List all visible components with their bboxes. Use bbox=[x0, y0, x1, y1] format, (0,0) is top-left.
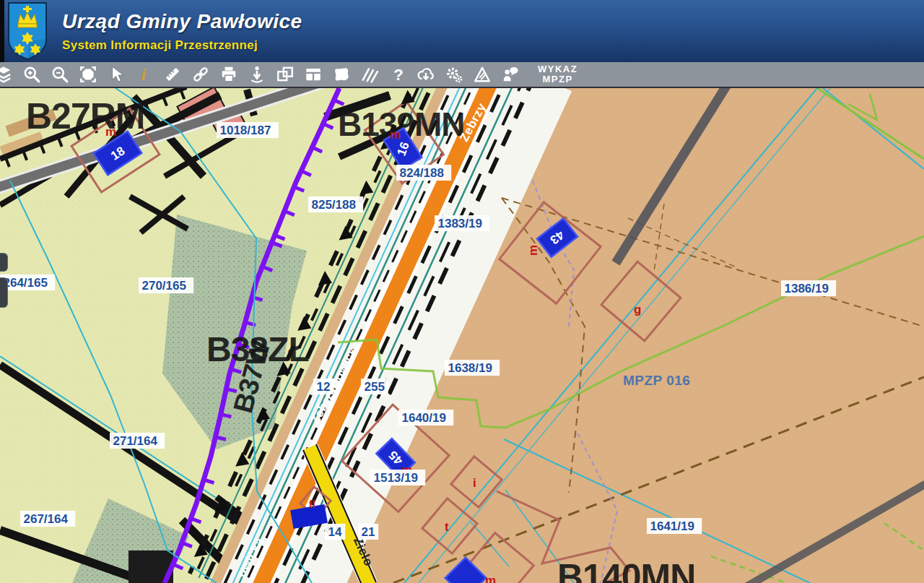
plan-number-label: MPZP 016 bbox=[623, 373, 690, 388]
landuse-letter: m bbox=[485, 574, 496, 583]
sidebar-collapse-tab-2[interactable] bbox=[0, 277, 8, 308]
landuse-letter: i bbox=[473, 476, 476, 490]
sidebar-collapse-tab-1[interactable] bbox=[0, 253, 8, 272]
wykaz-line1: WYKAZ bbox=[538, 64, 578, 74]
locate-button[interactable] bbox=[248, 65, 266, 84]
parcel-label: 825/188 bbox=[308, 197, 363, 212]
parcel-label-text: 270/165 bbox=[142, 279, 186, 293]
app-subtitle: System Informacji Przestrzennej bbox=[62, 38, 302, 53]
parcel-label-text: 1640/19 bbox=[402, 411, 446, 425]
layout-panels-icon bbox=[304, 65, 323, 84]
settings-gears-icon bbox=[445, 65, 463, 84]
parcel-label: 1513/19 bbox=[370, 470, 425, 485]
feedback-button[interactable] bbox=[501, 65, 520, 84]
svg-text:i: i bbox=[141, 66, 147, 84]
measure-icon bbox=[163, 65, 182, 84]
parcel-label: 21 bbox=[358, 524, 378, 540]
identify-info-button[interactable]: i bbox=[135, 65, 154, 84]
landuse-letter: m bbox=[390, 128, 401, 142]
parcel-label-text: 255 bbox=[365, 380, 385, 394]
zone-boundary-purple-tick bbox=[215, 437, 226, 439]
help-icon: ? bbox=[388, 65, 407, 84]
landuse-letter: m bbox=[526, 245, 540, 256]
parcel-label-text: 1018/187 bbox=[220, 124, 271, 137]
landuse-letter: t bbox=[445, 520, 449, 534]
link-button[interactable] bbox=[191, 65, 210, 84]
parcel-label: 1386/19 bbox=[781, 280, 836, 296]
help-button[interactable]: ? bbox=[388, 65, 407, 84]
zone-label: B140MN bbox=[557, 557, 695, 583]
hatch-icon bbox=[360, 65, 379, 84]
landuse-letter: fl bbox=[309, 498, 315, 510]
wykaz-line2: MPZP bbox=[538, 74, 578, 85]
select-pointer-button[interactable] bbox=[107, 65, 126, 84]
zoom-in-button[interactable] bbox=[22, 65, 41, 84]
parcel-label-text: 271/164 bbox=[113, 434, 158, 448]
compare-windows-icon bbox=[276, 65, 295, 84]
select-pointer-icon bbox=[107, 65, 126, 84]
parcel-label: 267/164 bbox=[20, 511, 75, 527]
hatch-tool-button[interactable] bbox=[360, 65, 379, 84]
parcel-label: 255 bbox=[361, 379, 388, 394]
zoom-out-button[interactable] bbox=[51, 65, 69, 84]
parcel-label: 1638/19 bbox=[445, 360, 500, 376]
svg-text:?: ? bbox=[393, 65, 404, 84]
measure-button[interactable] bbox=[163, 65, 182, 84]
parcel-label-text: 1513/19 bbox=[374, 471, 418, 485]
settings-button[interactable] bbox=[445, 65, 463, 84]
feedback-person-icon bbox=[501, 65, 520, 84]
layers-icon bbox=[0, 65, 13, 84]
parcel-label: 271/164 bbox=[110, 433, 165, 449]
map-canvas[interactable]: B27RMB139MNB38ZŁB37WB140MN 18164345 mmmm… bbox=[0, 88, 924, 583]
zone-boundary-purple-tick bbox=[221, 415, 232, 417]
parcel-label-text: 14 bbox=[328, 525, 342, 539]
map-viewport[interactable]: B27RMB139MNB38ZŁB37WB140MN 18164345 mmmm… bbox=[0, 88, 924, 583]
link-icon bbox=[191, 65, 210, 84]
select-polygon-button[interactable] bbox=[332, 65, 351, 84]
parcel-label-text: 1383/19 bbox=[438, 217, 482, 230]
parcel-label-text: 12 bbox=[317, 380, 331, 394]
parcel-label: 1018/187 bbox=[217, 122, 279, 138]
parcel-label: 12 bbox=[313, 379, 334, 394]
parcel-label: 1640/19 bbox=[398, 410, 453, 426]
parcel-label-text: 264/165 bbox=[4, 276, 48, 290]
download-cloud-icon bbox=[417, 65, 435, 84]
header-titles: Urząd Gminy Pawłowice System Informacji … bbox=[62, 10, 302, 53]
landuse-letter: m bbox=[105, 125, 116, 139]
app-title: Urząd Gminy Pawłowice bbox=[62, 10, 302, 33]
landuse-letter: g bbox=[634, 303, 641, 316]
layers-button[interactable] bbox=[0, 65, 13, 84]
print-icon bbox=[219, 65, 238, 84]
layout-panels-button[interactable] bbox=[304, 65, 323, 84]
alerts-button[interactable] bbox=[473, 65, 492, 84]
parcel-label: 824/188 bbox=[396, 165, 451, 181]
select-polygon-icon bbox=[332, 65, 351, 84]
parcel-label: 270/165 bbox=[139, 277, 193, 293]
identify-info-icon: i bbox=[135, 65, 154, 84]
compare-windows-button[interactable] bbox=[276, 65, 295, 84]
municipality-crest bbox=[7, 2, 48, 60]
full-extent-button[interactable] bbox=[79, 65, 97, 84]
wykaz-mpzp-button[interactable]: WYKAZ MPZP bbox=[538, 64, 578, 85]
parcel-label-text: 825/188 bbox=[312, 198, 356, 212]
parcel-label-text: 21 bbox=[362, 525, 375, 539]
parcel-label-text: 1638/19 bbox=[448, 361, 492, 375]
parcel-label: 1641/19 bbox=[647, 518, 702, 534]
full-extent-icon bbox=[79, 65, 97, 84]
warning-triangle-icon bbox=[473, 65, 492, 84]
parcel-label: 1383/19 bbox=[435, 215, 489, 231]
download-button[interactable] bbox=[417, 65, 435, 84]
parcel-label: 14 bbox=[325, 524, 345, 540]
plan-number-text: MPZP 016 bbox=[623, 373, 690, 388]
locate-icon bbox=[248, 65, 266, 84]
parcel-label-text: 1386/19 bbox=[785, 282, 829, 295]
parcel-label-text: 267/164 bbox=[24, 512, 69, 526]
zone-label: B27RM bbox=[26, 96, 144, 137]
parcel-label-text: 824/188 bbox=[400, 166, 444, 180]
parcel-label: 264/165 bbox=[0, 275, 55, 290]
crest-shield-icon bbox=[7, 2, 48, 60]
app-header: Urząd Gminy Pawłowice System Informacji … bbox=[0, 0, 924, 62]
zoom-in-icon bbox=[22, 65, 41, 84]
parcel-label-text: 1641/19 bbox=[650, 519, 694, 533]
print-button[interactable] bbox=[219, 65, 238, 84]
